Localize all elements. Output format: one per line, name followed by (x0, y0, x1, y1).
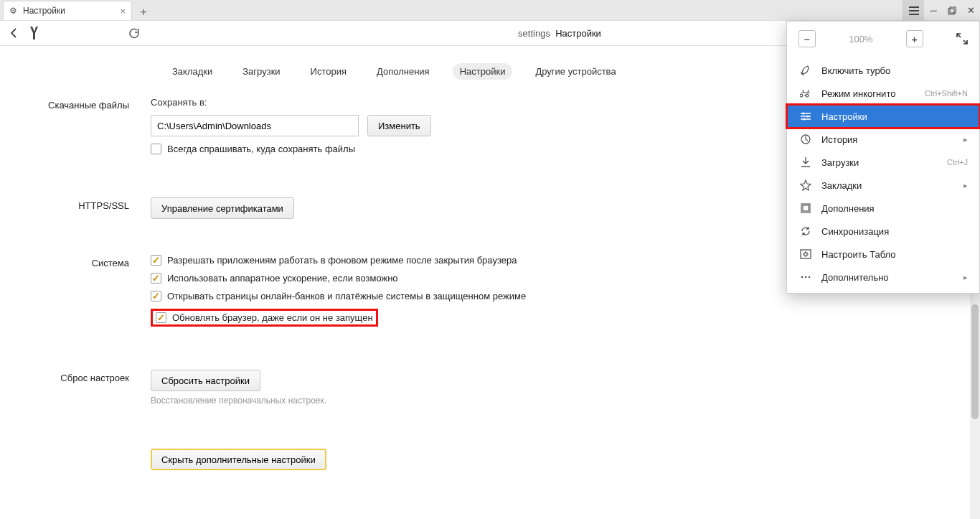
zoom-out-button[interactable]: − (798, 30, 816, 47)
update-browser-highlight: Обновлять браузер, даже если он не запущ… (151, 309, 378, 327)
maximize-icon (948, 6, 956, 15)
menu-incognito[interactable]: Режим инкогнито Ctrl+Shift+N (787, 82, 979, 105)
nav-downloads[interactable]: Загрузки (235, 63, 287, 80)
menu-turbo-label: Включить турбо (821, 65, 968, 76)
section-hide-advanced: Скрыть дополнительные настройки (0, 441, 980, 477)
gear-icon: ⚙ (9, 6, 17, 16)
menu-addons-label: Дополнения (821, 203, 968, 214)
manage-certs-button[interactable]: Управление сертификатами (151, 197, 294, 219)
zoom-controls: − 100% + (787, 22, 979, 59)
menu-bookmarks[interactable]: Закладки ▸ (787, 174, 979, 197)
window-maximize-button[interactable] (943, 0, 961, 21)
yandex-home-button[interactable] (24, 23, 44, 43)
sliders-icon (798, 111, 813, 122)
omnibox-prefix: settings (518, 28, 550, 39)
window-close-button[interactable]: ✕ (961, 0, 980, 21)
reset-settings-button[interactable]: Сбросить настройки (151, 370, 260, 391)
fullscreen-icon (956, 33, 968, 45)
menu-sync[interactable]: Синхронизация (787, 220, 979, 243)
rocket-icon (798, 65, 813, 76)
svg-point-4 (803, 118, 805, 120)
main-menu-button[interactable] (903, 0, 924, 21)
menu-turbo[interactable]: Включить турбо (787, 59, 979, 82)
auto-update-checkbox[interactable] (156, 312, 166, 323)
menu-addons[interactable]: Дополнения (787, 197, 979, 220)
hamburger-icon (909, 6, 919, 15)
download-menu-icon (798, 156, 813, 168)
zoom-in-button[interactable]: + (906, 30, 923, 47)
window-minimize-button[interactable]: ─ (924, 0, 943, 21)
scrollbar-thumb[interactable] (971, 304, 979, 419)
nav-history[interactable]: История (303, 63, 354, 80)
reset-hint: Восстановление первоначальных настроек. (151, 396, 725, 406)
menu-history[interactable]: История ▸ (787, 128, 979, 151)
download-path-input[interactable] (151, 115, 359, 136)
menu-more[interactable]: Дополнительно ▸ (787, 266, 979, 289)
tab-bar: ⚙ Настройки × + ─ ✕ (0, 0, 980, 21)
chevron-right-icon: ▸ (963, 135, 968, 144)
window-controls: ─ ✕ (903, 0, 980, 21)
svg-rect-0 (948, 9, 954, 14)
section-https-label: HTTPS/SSL (0, 197, 151, 219)
section-system-label: Система (0, 255, 151, 334)
new-tab-button[interactable]: + (135, 4, 152, 20)
tableau-icon (798, 248, 813, 260)
protected-mode-label: Открывать страницы онлайн-банков и платё… (167, 291, 526, 301)
change-path-button[interactable]: Изменить (367, 115, 431, 136)
menu-downloads-shortcut: Ctrl+J (947, 158, 968, 167)
menu-more-label: Дополнительно (821, 272, 963, 283)
hw-accel-checkbox[interactable] (151, 273, 161, 284)
tab-settings[interactable]: ⚙ Настройки × (3, 1, 132, 20)
zoom-value: 100% (849, 34, 872, 45)
svg-point-11 (809, 276, 811, 279)
sync-icon (798, 225, 813, 237)
nav-settings[interactable]: Настройки (453, 63, 513, 80)
reload-icon (128, 28, 139, 39)
menu-incognito-shortcut: Ctrl+Shift+N (925, 89, 968, 98)
auto-update-label: Обновлять браузер, даже если он не запущ… (172, 312, 373, 323)
svg-rect-1 (950, 7, 956, 13)
menu-settings[interactable]: Настройки (787, 105, 979, 128)
nav-addons[interactable]: Дополнения (369, 63, 437, 80)
ask-where-label: Всегда спрашивать, куда сохранять файлы (167, 144, 355, 154)
svg-point-10 (805, 276, 807, 279)
chevron-right-icon-2: ▸ (963, 181, 968, 190)
section-downloads-label: Скачанные файлы (0, 97, 151, 162)
menu-bookmarks-label: Закладки (821, 180, 963, 191)
section-reset: Сброс настроек Сбросить настройки Восста… (0, 363, 980, 413)
ask-where-checkbox[interactable] (151, 144, 161, 154)
reload-button[interactable] (123, 23, 143, 43)
menu-downloads[interactable]: Загрузки Ctrl+J (787, 151, 979, 174)
tab-title: Настройки (23, 6, 116, 16)
menu-history-label: История (821, 134, 963, 145)
menu-incognito-label: Режим инкогнито (821, 88, 925, 99)
incognito-icon (798, 88, 813, 99)
bg-apps-label: Разрешать приложениям работать в фоновом… (167, 255, 517, 266)
hide-advanced-button[interactable]: Скрыть дополнительные настройки (151, 449, 326, 470)
puzzle-icon (798, 202, 813, 214)
protected-mode-checkbox[interactable] (151, 291, 161, 301)
menu-downloads-label: Загрузки (821, 157, 947, 168)
menu-sync-label: Синхронизация (821, 226, 968, 237)
menu-tableau[interactable]: Настроить Табло (787, 243, 979, 266)
main-menu-panel: − 100% + Включить турбо Режим инкогнито … (786, 21, 980, 294)
chevron-right-icon-3: ▸ (963, 273, 968, 282)
menu-tableau-label: Настроить Табло (821, 249, 968, 260)
svg-rect-7 (803, 205, 809, 211)
star-icon (798, 179, 813, 191)
bg-apps-checkbox[interactable] (151, 255, 161, 266)
menu-settings-label: Настройки (821, 111, 968, 122)
fullscreen-button[interactable] (956, 33, 968, 45)
back-arrow-icon (9, 27, 20, 39)
yandex-icon (29, 27, 39, 39)
clock-icon (798, 134, 813, 145)
nav-other-devices[interactable]: Другие устройства (528, 63, 623, 80)
nav-bookmarks[interactable]: Закладки (165, 63, 220, 80)
svg-rect-8 (801, 250, 811, 258)
tab-close-button[interactable]: × (120, 6, 126, 17)
svg-point-2 (802, 112, 804, 114)
svg-point-3 (806, 115, 809, 117)
back-button[interactable] (4, 23, 24, 43)
save-to-label: Сохранять в: (151, 97, 207, 108)
omnibox-title: Настройки (555, 28, 601, 39)
